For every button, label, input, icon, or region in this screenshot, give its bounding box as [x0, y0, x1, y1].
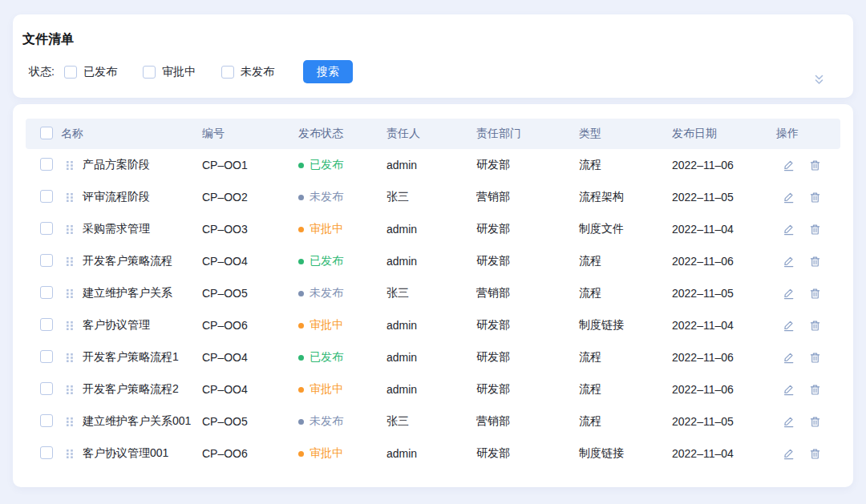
row-select-cell [26, 158, 61, 173]
drag-handle-icon[interactable] [66, 160, 74, 171]
delete-button[interactable] [809, 288, 821, 300]
name-cell: 采购需求管理 [61, 222, 202, 236]
delete-button[interactable] [809, 448, 821, 460]
name-cell: 客户协议管理 [61, 318, 202, 333]
filter-option-published[interactable]: 已发布 [64, 65, 117, 79]
edit-button[interactable] [783, 384, 795, 396]
edit-button[interactable] [783, 224, 795, 236]
drag-handle-icon[interactable] [66, 417, 74, 427]
ops-cell [776, 192, 840, 204]
collapse-filter-button[interactable] [811, 74, 826, 88]
status-label: 未发布 [310, 190, 343, 204]
row-select-cell [26, 222, 61, 237]
edit-button[interactable] [783, 352, 795, 364]
name-cell: 建立维护客户关系001 [61, 414, 202, 429]
pencil-icon [783, 384, 795, 396]
status-cell: 未发布 [298, 414, 386, 429]
filter-option-unpublished[interactable]: 未发布 [221, 65, 274, 79]
delete-button[interactable] [809, 416, 821, 428]
select-all-checkbox[interactable] [40, 127, 53, 139]
edit-button[interactable] [783, 320, 795, 332]
ops-cell [776, 256, 840, 268]
dept-cell: 营销部 [476, 190, 579, 204]
drag-handle-icon[interactable] [66, 449, 74, 459]
type-cell: 流程 [579, 414, 672, 429]
row-checkbox[interactable] [40, 414, 53, 427]
unpublished-checkbox[interactable] [221, 66, 234, 79]
document-code: CP–OO5 [202, 287, 298, 300]
status-cell: 审批中 [298, 222, 386, 236]
row-select-cell [26, 414, 61, 429]
edit-button[interactable] [783, 288, 795, 300]
table-row: 开发客户策略流程2 CP–OO4 审批中 admin 研发部 流程 2022–1… [26, 373, 840, 405]
row-checkbox[interactable] [40, 158, 53, 171]
search-button[interactable]: 搜索 [303, 60, 353, 83]
table-row: 建立维护客户关系001 CP–OO5 未发布 张三 营销部 流程 2022–11… [26, 405, 840, 437]
row-checkbox[interactable] [40, 286, 53, 299]
ops-cell [776, 288, 840, 300]
row-checkbox[interactable] [40, 350, 53, 363]
drag-handle-icon[interactable] [66, 192, 74, 203]
row-checkbox[interactable] [40, 318, 53, 331]
row-checkbox[interactable] [40, 446, 53, 459]
delete-button[interactable] [809, 384, 821, 396]
trash-icon [809, 320, 821, 332]
edit-button[interactable] [783, 256, 795, 268]
drag-handle-icon[interactable] [66, 256, 74, 267]
owner-cell: admin [386, 351, 476, 364]
date-cell: 2022–11–06 [672, 383, 776, 396]
delete-button[interactable] [809, 352, 821, 364]
drag-handle-icon[interactable] [66, 288, 74, 299]
pencil-icon [783, 320, 795, 332]
edit-button[interactable] [783, 192, 795, 204]
trash-icon [809, 224, 821, 236]
drag-handle-icon[interactable] [66, 353, 74, 363]
pencil-icon [783, 192, 795, 204]
date-cell: 2022–11–04 [672, 223, 776, 236]
pencil-icon [783, 352, 795, 364]
row-select-cell [26, 318, 61, 333]
status-label: 审批中 [310, 318, 343, 333]
published-checkbox[interactable] [64, 66, 77, 79]
dept-cell: 营销部 [476, 414, 579, 429]
delete-button[interactable] [809, 159, 821, 171]
drag-handle-icon[interactable] [66, 224, 74, 235]
owner-cell: 张三 [386, 286, 476, 300]
dept-cell: 营销部 [476, 286, 579, 300]
document-name: 采购需求管理 [83, 222, 150, 236]
delete-button[interactable] [809, 224, 821, 236]
table-row: 开发客户策略流程1 CP–OO4 已发布 admin 研发部 流程 2022–1… [26, 341, 840, 373]
status-filter-label: 状态: [29, 65, 55, 79]
delete-button[interactable] [809, 320, 821, 332]
owner-cell: admin [386, 319, 476, 332]
filter-option-approving[interactable]: 审批中 [143, 65, 196, 79]
edit-button[interactable] [783, 448, 795, 460]
edit-button[interactable] [783, 416, 795, 428]
drag-handle-icon[interactable] [66, 385, 74, 395]
trash-icon [809, 192, 821, 204]
pencil-icon [783, 224, 795, 236]
dept-cell: 研发部 [476, 254, 579, 268]
row-checkbox[interactable] [40, 254, 53, 267]
date-cell: 2022–11–05 [672, 415, 776, 428]
status-dot-icon [298, 451, 304, 457]
col-header-date: 发布日期 [672, 127, 776, 141]
delete-button[interactable] [809, 256, 821, 268]
approving-checkbox-label: 审批中 [162, 65, 196, 79]
document-name: 建立维护客户关系 [83, 286, 172, 300]
delete-button[interactable] [809, 192, 821, 204]
document-table-panel: 名称 编号 发布状态 责任人 责任部门 类型 发布日期 操作 产品方案阶段 CP… [13, 104, 853, 487]
page-title: 文件清单 [22, 31, 853, 48]
edit-button[interactable] [783, 159, 795, 171]
document-name: 建立维护客户关系001 [83, 414, 191, 429]
col-header-owner: 责任人 [386, 127, 476, 141]
approving-checkbox[interactable] [143, 66, 156, 79]
row-select-cell [26, 286, 61, 301]
row-checkbox[interactable] [40, 382, 53, 395]
drag-handle-icon[interactable] [66, 321, 74, 331]
date-cell: 2022–11–06 [672, 351, 776, 364]
row-checkbox[interactable] [40, 222, 53, 235]
row-checkbox[interactable] [40, 190, 53, 203]
owner-cell: admin [386, 447, 476, 460]
document-name: 开发客户策略流程 [83, 254, 172, 268]
